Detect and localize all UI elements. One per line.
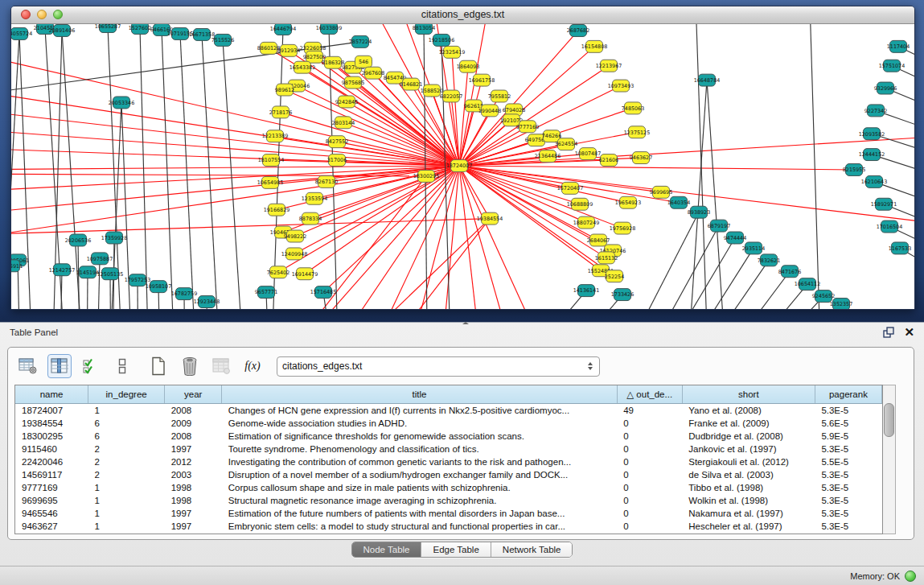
network-node[interactable]: 1640354	[667, 196, 690, 208]
network-window-titlebar[interactable]: citations_edges.txt	[11, 6, 914, 24]
network-node[interactable]: 9699695	[650, 186, 672, 198]
network-node[interactable]: 9146821	[400, 78, 422, 90]
network-node[interactable]: 12213967	[596, 60, 622, 72]
network-node[interactable]: 8427552	[326, 136, 348, 148]
network-node[interactable]: 19654923	[615, 196, 642, 208]
network-node[interactable]: 9657771	[255, 286, 277, 299]
network-node[interactable]: 12325419	[439, 46, 466, 58]
tab-edge-table[interactable]: Edge Table	[421, 542, 491, 557]
column-header[interactable]: pagerank	[815, 385, 881, 404]
network-node[interactable]: 1352357	[830, 299, 852, 309]
scrollbar-thumb[interactable]	[884, 403, 894, 437]
function-builder-button[interactable]: f(x)	[240, 354, 265, 378]
network-node[interactable]: 8938923	[688, 206, 710, 218]
table-row[interactable]: 2242004622012Investigating the contribut…	[15, 455, 882, 468]
new-table-button[interactable]	[146, 354, 170, 378]
column-header[interactable]: year	[165, 385, 222, 404]
network-node[interactable]: 7515526	[211, 34, 234, 46]
network-node[interactable]: 24055724	[11, 27, 32, 39]
network-node[interactable]: 1145194	[76, 266, 99, 278]
network-node[interactable]: 12444152	[859, 149, 885, 161]
network-node[interactable]: 252254	[605, 270, 624, 282]
network-node[interactable]: 2967608	[362, 67, 384, 79]
column-header[interactable]: title	[222, 385, 617, 404]
column-header[interactable]: name	[15, 385, 88, 404]
network-node[interactable]: 16210643	[861, 175, 888, 187]
network-node[interactable]: 20053346	[109, 97, 135, 109]
network-node[interactable]: 19218506	[429, 34, 455, 46]
network-node[interactable]: 19756928	[610, 222, 636, 234]
network-node[interactable]: 7625402	[267, 266, 290, 278]
network-node[interactable]: 6879197	[708, 220, 730, 232]
network-node[interactable]: 8912934	[277, 44, 300, 56]
table-row[interactable]: 946362711997Embryonic stem cells: a mode…	[15, 520, 882, 533]
network-node[interactable]: 12093582	[859, 128, 885, 140]
network-node[interactable]: 1527602	[129, 24, 151, 34]
table-row[interactable]: 969969511998Structural magnetic resonanc…	[15, 494, 882, 507]
select-columns-button[interactable]	[79, 354, 103, 378]
network-table-selector[interactable]: citations_edges.txt	[277, 356, 600, 377]
tab-node-table[interactable]: Node Table	[352, 542, 422, 557]
network-node[interactable]: 8471676	[778, 266, 801, 278]
network-node[interactable]: 16914479	[292, 268, 318, 280]
network-node[interactable]: 2718176	[269, 106, 292, 118]
network-node[interactable]: 7955812	[488, 90, 511, 102]
network-node[interactable]: 19166829	[264, 204, 290, 216]
network-node[interactable]: 16446794	[270, 24, 297, 35]
network-node[interactable]: 7832621	[758, 254, 780, 266]
network-node[interactable]: 2684067	[587, 234, 610, 246]
network-node[interactable]: 7485063	[622, 102, 644, 114]
network-node[interactable]: 1167533	[889, 242, 911, 254]
network-node[interactable]: 8813054	[413, 24, 435, 34]
network-node[interactable]: 1864093	[457, 60, 479, 72]
column-header[interactable]: in_degree	[88, 385, 165, 404]
network-node[interactable]: 2935114	[742, 242, 765, 254]
table-settings-button[interactable]	[16, 354, 40, 378]
table-row[interactable]: 1872400712008Changes of HCN gene express…	[15, 404, 882, 418]
network-node[interactable]: 6822057	[440, 90, 462, 102]
network-node[interactable]: 9498222	[284, 230, 306, 242]
network-node[interactable]: 9474444	[724, 232, 746, 244]
network-node[interactable]: 9875685	[342, 76, 364, 89]
row-options-button[interactable]	[110, 354, 134, 378]
network-node[interactable]: 21364486	[535, 150, 561, 163]
splitter-handle[interactable]	[462, 322, 474, 326]
network-node[interactable]: 19384554	[477, 212, 503, 225]
network-node[interactable]: 2687682	[567, 24, 589, 36]
network-node[interactable]: 17359928	[101, 232, 128, 244]
network-node[interactable]: 20206536	[65, 234, 92, 246]
network-node[interactable]: 8215955	[843, 164, 865, 176]
column-header[interactable]: short	[682, 385, 815, 404]
network-node[interactable]: 621606	[599, 154, 618, 167]
network-node[interactable]: 10975887	[87, 253, 113, 265]
network-node[interactable]: 7857224	[349, 35, 372, 47]
network-node[interactable]: 12213389	[262, 130, 289, 142]
network-node[interactable]: 10655287	[95, 24, 121, 32]
network-node[interactable]: 9245652	[812, 290, 835, 303]
network-node[interactable]: 1733426	[611, 289, 634, 301]
network-node[interactable]: 10807487	[575, 148, 602, 160]
network-node[interactable]: 16961758	[469, 74, 495, 86]
network-node[interactable]: 2803144	[332, 117, 355, 129]
table-row[interactable]: 1456911722003Disruption of a novel membe…	[15, 468, 882, 481]
network-node[interactable]: 16154808	[581, 40, 608, 52]
network-node[interactable]: 10654112	[795, 278, 821, 290]
network-node[interactable]: 9227342	[864, 105, 887, 117]
network-node[interactable]: 9463627	[630, 152, 652, 164]
network-node[interactable]: 12505135	[97, 268, 124, 280]
table-row[interactable]: 946554611997Estimation of the future num…	[15, 507, 882, 520]
network-node[interactable]: 14136141	[573, 285, 600, 297]
network-node[interactable]: 8878334	[299, 212, 322, 225]
network-node[interactable]: 1117404	[887, 40, 910, 52]
network-node[interactable]: 8267130	[315, 175, 338, 187]
column-header[interactable]: △ out_de...	[617, 385, 682, 404]
network-node[interactable]: 1990448	[478, 105, 501, 117]
network-node[interactable]: 1615132	[595, 252, 618, 264]
network-node[interactable]: 9242845	[335, 96, 358, 108]
network-node[interactable]: 546	[355, 56, 372, 68]
network-node[interactable]: 16033809	[316, 24, 343, 34]
network-node[interactable]: 12142757	[49, 264, 76, 276]
table-scrollbar[interactable]	[883, 385, 896, 534]
network-node[interactable]: 18107554	[258, 154, 285, 167]
tab-network-table[interactable]: Network Table	[491, 542, 573, 557]
